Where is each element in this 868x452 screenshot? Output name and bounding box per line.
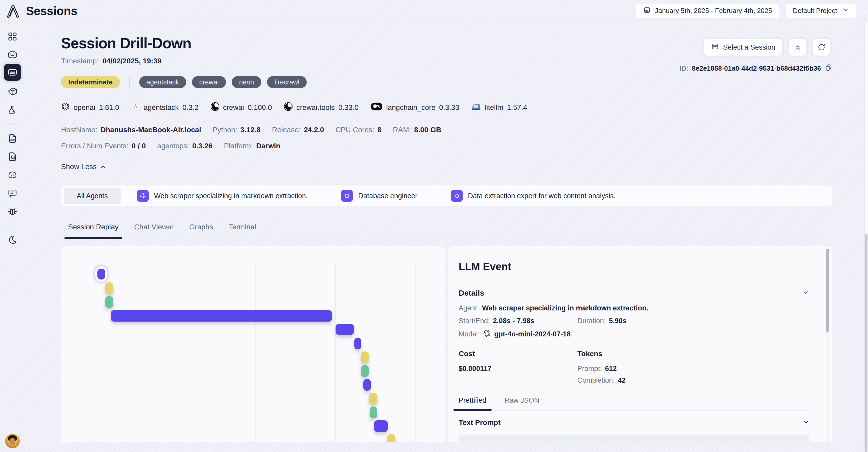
session-replay-panel bbox=[61, 246, 445, 442]
model-value: gpt-4o-mini-2024-07-18 bbox=[494, 330, 570, 338]
tab-raw-json[interactable]: Raw JSON bbox=[505, 396, 539, 410]
event-title: LLM Event bbox=[459, 261, 809, 272]
replay-event-bar[interactable] bbox=[105, 296, 113, 308]
replay-event-bar[interactable] bbox=[361, 365, 369, 377]
tab-terminal[interactable]: Terminal bbox=[228, 223, 256, 238]
sidebar-item-discord[interactable] bbox=[7, 170, 18, 180]
replay-event-bar[interactable] bbox=[374, 420, 388, 432]
prompt-tokens-label: Prompt: bbox=[577, 365, 602, 373]
tags-divider bbox=[129, 77, 130, 88]
chevron-down-icon bbox=[843, 7, 849, 15]
event-panel-scrollbar bbox=[826, 248, 829, 442]
package-item: openai 1.61.0 bbox=[61, 102, 119, 113]
completion-tokens-label: Completion: bbox=[577, 376, 615, 385]
sidebar-item-deploy[interactable] bbox=[7, 86, 18, 97]
tab-session-replay[interactable]: Session Replay bbox=[68, 223, 119, 238]
start-end-cell: Start/End: 2.08s - 7.98s bbox=[459, 317, 577, 325]
agent-filter-item[interactable]: Web scraper specializing in markdown ext… bbox=[137, 190, 308, 202]
start-end-value: 2.08s - 7.98s bbox=[493, 317, 534, 325]
session-id-row: ID: 8e2e1858-01a0-44d2-9531-b68d432f5b36 bbox=[680, 64, 832, 73]
chart-gridline bbox=[335, 265, 336, 442]
event-panel-scrollbar-thumb[interactable] bbox=[826, 249, 829, 332]
replay-event-bar[interactable] bbox=[97, 269, 105, 279]
chevrons-up-icon bbox=[794, 43, 802, 51]
cost-column: Cost $0.000117 bbox=[459, 350, 577, 385]
agent-cross-icon bbox=[137, 190, 149, 202]
details-section-header[interactable]: Details bbox=[459, 289, 809, 297]
agents-filter-bar: All Agents Web scraper specializing in m… bbox=[61, 185, 832, 206]
host-value: 0 / 0 bbox=[132, 142, 146, 150]
page-scrollbar-thumb[interactable] bbox=[865, 234, 867, 452]
select-session-button[interactable]: Select a Session bbox=[704, 39, 782, 56]
sidebar-item-bug-report[interactable] bbox=[7, 206, 18, 217]
tab-graphs[interactable]: Graphs bbox=[189, 223, 213, 238]
tab-prettified[interactable]: Prettified bbox=[459, 396, 487, 410]
agent-filter-item[interactable]: Data extraction expert for web content a… bbox=[451, 190, 616, 202]
show-less-toggle[interactable]: Show Less bbox=[61, 162, 106, 171]
status-badge: Indeterminate bbox=[61, 76, 120, 88]
replay-event-bar[interactable] bbox=[111, 310, 332, 322]
sidebar-item-logs-search[interactable] bbox=[7, 151, 18, 162]
timing-grid: Start/End: 2.08s - 7.98s Duration: 5.90s bbox=[459, 312, 809, 325]
host-label: HostName: bbox=[61, 126, 97, 134]
all-agents-filter[interactable]: All Agents bbox=[64, 187, 121, 204]
replay-event-bar[interactable] bbox=[363, 379, 371, 391]
session-actions: Select a Session bbox=[704, 39, 830, 56]
agent-row: Agent: Web scraper specializing in markd… bbox=[459, 304, 809, 312]
sidebar-item-docs[interactable]: DOC bbox=[7, 133, 18, 144]
host-label: agentops: bbox=[157, 142, 189, 150]
top-bar-controls: January 5th, 2025 - February 4th, 2025 D… bbox=[636, 4, 856, 18]
sidebar-item-feedback[interactable] bbox=[7, 188, 18, 199]
replay-event-bar[interactable] bbox=[336, 324, 354, 335]
details-label: Details bbox=[459, 289, 484, 297]
replay-event-bar[interactable] bbox=[370, 406, 377, 418]
chart-gridline bbox=[415, 265, 415, 442]
payload-view-tabs: Prettified Raw JSON bbox=[459, 396, 809, 411]
tag: firecrawl bbox=[267, 76, 307, 88]
sidebar-item-evals[interactable] bbox=[7, 104, 18, 115]
timestamp-value: 04/02/2025, 19:39 bbox=[102, 57, 161, 65]
host-value: Dhanushs-MacBook-Air.local bbox=[100, 126, 201, 134]
chevron-down-icon[interactable] bbox=[803, 419, 809, 426]
completion-tokens-value: 42 bbox=[618, 376, 626, 385]
package-item: langchain_core 0.3.33 bbox=[371, 102, 460, 113]
project-selector[interactable]: Default Project bbox=[786, 4, 856, 18]
copy-icon[interactable] bbox=[825, 64, 832, 73]
dark-mode-toggle[interactable] bbox=[7, 235, 18, 245]
tab-chat-viewer[interactable]: Chat Viewer bbox=[134, 223, 174, 238]
chevron-down-icon[interactable] bbox=[802, 289, 809, 297]
sidebar-item-overview[interactable] bbox=[7, 31, 18, 42]
brand: Sessions bbox=[5, 3, 78, 19]
replay-event-bar[interactable] bbox=[387, 434, 395, 442]
user-avatar[interactable] bbox=[5, 434, 20, 448]
host-label: Platform: bbox=[224, 142, 253, 150]
sidebar-item-sessions[interactable] bbox=[4, 64, 21, 81]
date-range-picker[interactable]: January 5th, 2025 - February 4th, 2025 bbox=[636, 4, 779, 18]
content-panels: LLM Event Details Agent: Web scraper spe… bbox=[61, 246, 832, 442]
agent-filter-item[interactable]: Database engineer bbox=[341, 190, 417, 202]
host-value: 8 bbox=[377, 126, 381, 134]
start-end-label: Start/End: bbox=[459, 317, 490, 325]
tag: agentstack bbox=[139, 76, 186, 88]
openai-icon bbox=[61, 102, 70, 113]
session-id-value: 8e2e1858-01a0-44d2-9531-b68d432f5b36 bbox=[692, 64, 821, 72]
refresh-button[interactable] bbox=[813, 39, 830, 56]
replay-event-bar[interactable] bbox=[105, 282, 113, 294]
tag: neon bbox=[232, 76, 261, 88]
replay-event-bar[interactable] bbox=[369, 393, 377, 404]
project-selector-label: Default Project bbox=[793, 7, 837, 15]
langchain-icon bbox=[371, 102, 382, 113]
duration-cell: Duration: 5.90s bbox=[577, 317, 809, 325]
app-title: Sessions bbox=[26, 4, 78, 18]
collapse-button[interactable] bbox=[789, 39, 806, 56]
sidebar-item-projects[interactable] bbox=[7, 50, 18, 60]
replay-event-bar[interactable] bbox=[361, 352, 369, 363]
agent-label: Agent: bbox=[459, 304, 479, 312]
text-prompt-section-header[interactable]: Text Prompt bbox=[459, 419, 809, 427]
tokens-column: Tokens Prompt: 612 Completion: 42 bbox=[577, 350, 809, 385]
timestamp-label: Timestamp: bbox=[61, 57, 99, 65]
duration-label: Duration: bbox=[577, 317, 606, 325]
chart-gridline bbox=[175, 265, 175, 442]
replay-event-bar[interactable] bbox=[354, 338, 361, 350]
model-row: Model: gpt-4o-mini-2024-07-18 bbox=[459, 329, 809, 339]
